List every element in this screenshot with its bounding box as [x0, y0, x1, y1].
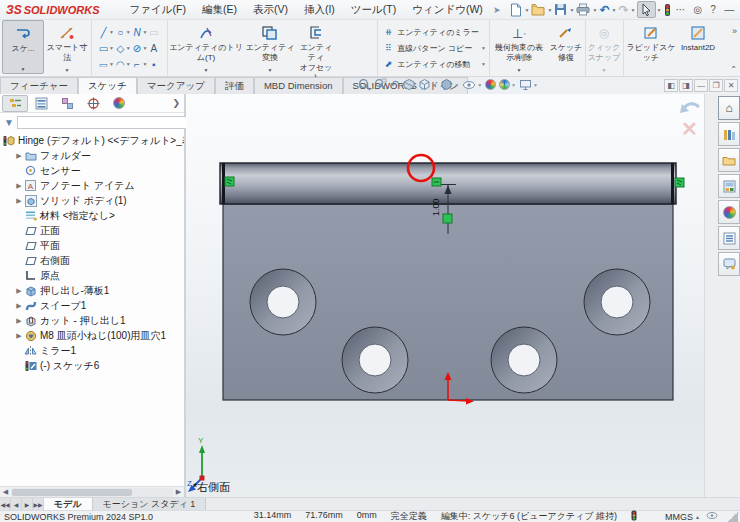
- login-icon[interactable]: ◎: [690, 4, 707, 15]
- tree-horizontal-scrollbar[interactable]: ◀ ▶: [0, 486, 184, 497]
- offset-entities-button[interactable]: エンティティ オフセット: [296, 20, 336, 74]
- zoom-to-area-icon[interactable]: [374, 78, 387, 91]
- resize-grip[interactable]: [728, 512, 738, 522]
- circle-icon[interactable]: ○▼: [115, 27, 132, 38]
- hide-show-dropdown-icon[interactable]: ▼: [477, 82, 482, 88]
- previous-tab-icon[interactable]: ◀: [11, 498, 22, 510]
- green-sketch-marker[interactable]: [225, 177, 234, 186]
- tab-sketch[interactable]: スケッチ: [78, 77, 137, 94]
- units-selector[interactable]: MMGS ▲: [665, 512, 700, 522]
- appearances-icon[interactable]: [718, 200, 740, 224]
- text-icon[interactable]: A: [148, 43, 165, 54]
- tab-mbd-dimension[interactable]: MBD Dimension: [254, 77, 343, 94]
- displaymanager-icon[interactable]: [106, 95, 132, 112]
- edit-appearance-icon[interactable]: [485, 79, 496, 90]
- open-icon[interactable]: [530, 1, 546, 18]
- view-palette-icon[interactable]: [718, 174, 740, 198]
- exit-sketch-dropdown-icon[interactable]: ▼: [3, 66, 43, 72]
- ellipse-icon[interactable]: ⊘▼: [132, 43, 149, 54]
- tree-item-solid-bodies[interactable]: ▶ソリッド ボディ(1): [0, 193, 184, 208]
- menu-view[interactable]: 表示(V): [245, 1, 296, 19]
- rebuild-traffic-light-icon[interactable]: [663, 1, 672, 18]
- countersink-hole[interactable]: [342, 327, 408, 393]
- scrollbar-thumb[interactable]: [12, 489, 132, 496]
- save-dropdown-icon[interactable]: ▼: [568, 7, 575, 13]
- model-tab[interactable]: モデル: [44, 498, 93, 510]
- view-orientation-icon[interactable]: ▼: [418, 78, 437, 91]
- open-dropdown-icon[interactable]: ▼: [546, 7, 553, 13]
- ribbon-collapse-icon[interactable]: ⌃: [730, 65, 737, 74]
- undo-dropdown-icon[interactable]: ▼: [610, 7, 617, 13]
- tree-item-material[interactable]: 材料 <指定なし>: [0, 208, 184, 223]
- tree-item-extrude-thin[interactable]: ▶押し出し-薄板1: [0, 283, 184, 298]
- tab-markup[interactable]: マークアップ: [137, 77, 215, 94]
- scroll-left-icon[interactable]: ◀: [0, 488, 11, 496]
- last-tab-icon[interactable]: ▶▶: [33, 498, 44, 510]
- tree-item-cut-extrude[interactable]: ▶カット - 押し出し1: [0, 313, 184, 328]
- more-options-icon[interactable]: ⋯: [672, 4, 690, 15]
- display-style-icon[interactable]: ▼: [440, 78, 459, 91]
- move-entities-button[interactable]: ⬈エンティティの移動▼: [378, 56, 489, 72]
- confirmation-corner[interactable]: ✕: [680, 104, 699, 140]
- configurationmanager-icon[interactable]: [54, 95, 80, 112]
- new-dropdown-icon[interactable]: ▼: [523, 7, 530, 13]
- featuremanager-tree-icon[interactable]: [2, 95, 28, 112]
- linear-pattern-button[interactable]: ⠿直線パターン コピー▼: [378, 40, 489, 56]
- dimxpertmanager-icon[interactable]: [80, 95, 106, 112]
- pane-split-left-button[interactable]: ◧: [664, 79, 678, 92]
- convert-entities-button[interactable]: エンティティ変換 ▼: [244, 20, 296, 74]
- expand-arrow-icon[interactable]: ▶: [14, 302, 24, 310]
- tree-item-hole-wizard[interactable]: ▶M8 皿頭小ねじ(100)用皿穴1: [0, 328, 184, 343]
- tree-filter-input[interactable]: [17, 116, 196, 129]
- select-cursor-icon[interactable]: [637, 1, 656, 18]
- polygon-icon[interactable]: ◇▼: [115, 43, 132, 54]
- fillet-icon[interactable]: ⌐▼: [132, 59, 149, 70]
- view-settings-dropdown-icon[interactable]: ▼: [533, 82, 538, 88]
- custom-properties-icon[interactable]: [718, 226, 740, 250]
- tree-item-top-plane[interactable]: 平面: [0, 238, 184, 253]
- apply-scene-icon[interactable]: ▼: [499, 79, 516, 90]
- ribbon-overflow-icon[interactable]: »: [732, 26, 737, 36]
- help-icon[interactable]: ?: [706, 4, 720, 15]
- dimension-text[interactable]: 1.00: [431, 198, 441, 216]
- tree-item-sketch6-editing[interactable]: (-) スケッチ6: [0, 358, 184, 373]
- expand-arrow-icon[interactable]: ▶: [14, 182, 24, 190]
- expand-arrow-icon[interactable]: ▶: [14, 287, 24, 295]
- expand-arrow-icon[interactable]: ▶: [14, 197, 24, 205]
- window-minimize-button[interactable]: —: [720, 1, 739, 19]
- print-dropdown-icon[interactable]: ▼: [591, 7, 598, 13]
- menu-edit[interactable]: 編集(E): [194, 1, 245, 19]
- file-explorer-icon[interactable]: [718, 148, 740, 172]
- menu-window[interactable]: ウィンドウ(W): [404, 1, 491, 19]
- next-tab-icon[interactable]: ▶: [22, 498, 33, 510]
- green-sketch-marker[interactable]: [443, 214, 452, 223]
- view-orientation-dropdown-icon[interactable]: ▼: [432, 82, 437, 88]
- panel-tabs-overflow-icon[interactable]: ❯: [172, 98, 180, 108]
- tree-item-annotations[interactable]: ▶Aアノテート アイテム: [0, 178, 184, 193]
- expand-arrow-icon[interactable]: ▶: [14, 152, 24, 160]
- smart-dimension-dropdown-icon[interactable]: ▼: [44, 67, 90, 73]
- menu-pin-icon[interactable]: ➤: [493, 5, 501, 15]
- smart-dimension-button[interactable]: スマート寸法 ▼: [44, 20, 90, 74]
- units-dropdown-icon[interactable]: ▲: [695, 514, 700, 520]
- tree-item-sensors[interactable]: センサー: [0, 163, 184, 178]
- select-dropdown-icon[interactable]: ▼: [656, 7, 663, 13]
- forum-icon[interactable]: [718, 252, 740, 276]
- expand-arrow-icon[interactable]: ▶: [14, 332, 24, 340]
- countersink-hole[interactable]: [491, 327, 557, 393]
- zoom-to-fit-icon[interactable]: [358, 78, 371, 91]
- green-sketch-marker[interactable]: [675, 178, 684, 187]
- display-style-dropdown-icon[interactable]: ▼: [454, 82, 459, 88]
- home-icon[interactable]: ⌂: [718, 96, 740, 120]
- arc-icon[interactable]: ◠▼: [115, 59, 132, 70]
- design-library-icon[interactable]: [718, 122, 740, 146]
- menu-tools[interactable]: ツール(T): [343, 1, 404, 19]
- print-icon[interactable]: [575, 1, 591, 18]
- doc-restore-button[interactable]: ❐: [709, 79, 723, 92]
- section-view-icon[interactable]: [402, 78, 415, 91]
- tree-item-right-plane[interactable]: 右側面: [0, 253, 184, 268]
- expand-arrow-icon[interactable]: ▶: [14, 317, 24, 325]
- convert-dropdown-icon[interactable]: ▼: [244, 67, 296, 73]
- slot-icon[interactable]: ▭▼: [98, 59, 115, 70]
- doc-close-button[interactable]: ✕: [724, 79, 738, 92]
